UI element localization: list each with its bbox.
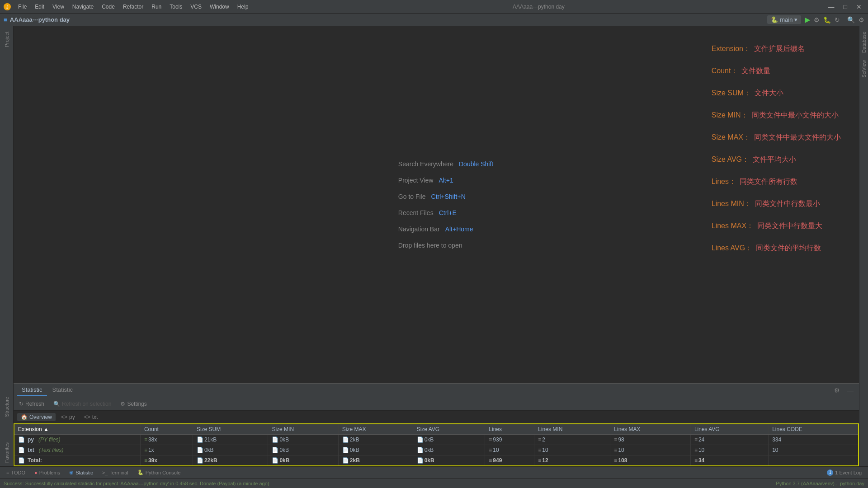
menu-help[interactable]: Help [234,3,252,11]
cell-total-size-max: 📄2kB [338,455,413,466]
event-log-label: 1 Event Log [835,470,862,475]
col-lines-max[interactable]: Lines MAX [610,424,691,435]
cell-lines-code-py: 334 [769,435,859,445]
panel-header: Statistic Statistic ⚙ — [14,384,859,397]
sub-tab-overview-label: Overview [29,414,52,420]
col-extension[interactable]: Extension ▲ [14,424,140,435]
ann-lines-min: Lines MIN： 同类文件中行数最小 [712,199,841,209]
python-console-icon: 🐍 [137,469,144,475]
event-log-button[interactable]: 1 1 Event Log [822,469,866,477]
settings-button[interactable]: ⚙ Settings [118,400,148,408]
menu-navigate[interactable]: Navigate [69,3,97,11]
debug-button[interactable]: 🐛 [823,16,831,23]
ann-extension-label: Extension： [712,44,750,54]
close-button[interactable]: ✕ [854,2,864,11]
hint-label: Recent Files [398,209,434,216]
cell-lines-min-txt: ≡10 [534,445,610,455]
col-lines[interactable]: Lines [485,424,534,435]
cell-total-label: 📄 Total: [14,455,140,466]
tab-problems[interactable]: ● Problems [30,469,65,476]
sidebar-item-sciview[interactable]: SciView [860,56,868,81]
cell-lines-py: ≡939 [485,435,534,445]
cell-size-min-txt: 📄0kB [268,445,338,455]
problems-icon: ● [34,470,38,475]
cell-total-size-min: 📄0kB [268,455,338,466]
sub-tab-txt[interactable]: <> txt [80,413,102,421]
ann-lines-avg: Lines AVG： 同类文件的平均行数 [712,244,841,253]
branch-selector[interactable]: 🐍 main ▾ [767,15,801,24]
bottom-panel: Statistic Statistic ⚙ — ↻ Refresh 🔍 Refr… [14,383,859,466]
cell-lines-code-txt: 10 [769,445,859,455]
settings-icon[interactable]: ⚙ [859,16,864,23]
refresh-button[interactable]: ↻ Refresh [17,400,46,408]
tab-python-console[interactable]: 🐍 Python Console [133,469,185,476]
refresh-button[interactable]: ↻ [835,16,840,23]
refresh-on-selection-button[interactable]: 🔍 Refresh on selection [52,400,113,408]
tab-todo[interactable]: ≡ TODO [2,469,30,476]
sub-tab-overview[interactable]: 🏠 Overview [17,413,56,421]
sidebar-item-project[interactable]: Project [2,28,11,51]
menu-window[interactable]: Window [206,3,233,11]
tab-terminal[interactable]: >_ Terminal [98,469,133,476]
menu-tools[interactable]: Tools [166,3,186,11]
hint-key: Ctrl+E [439,209,457,216]
menu-run[interactable]: Run [148,3,165,11]
panel-tab-statistic-2[interactable]: Statistic [48,385,78,396]
ann-count: Count： 文件数量 [712,66,841,76]
menu-edit[interactable]: Edit [31,3,48,11]
col-count[interactable]: Count [140,424,193,435]
menu-view[interactable]: View [49,3,68,11]
minimize-button[interactable]: — [826,2,837,11]
ann-lines-avg-label: Lines AVG： [712,244,752,253]
ann-size-min: Size MIN： 同类文件中最小文件的大小 [712,111,841,120]
python-version-info: Python 3.7 (AAAaaa/venv)... python.day [776,481,864,486]
hint-key: Double Shift [459,160,493,168]
run-button[interactable]: ▶ [805,15,810,24]
sub-tab-py[interactable]: <> py [57,413,79,421]
settings-gear-icon[interactable]: ⚙ [832,386,842,395]
cell-ext-py: 📄 py (PY files) [14,435,140,445]
col-size-max[interactable]: Size MAX [338,424,413,435]
hint-key: Alt+1 [439,177,453,184]
sidebar-item-database[interactable]: Database [860,28,868,56]
table-row[interactable]: 📄 txt (Text files) ≡1x 📄0kB 📄0kB 📄0kB 📄0… [14,445,859,455]
hint-label: Drop files here to open [398,242,462,249]
python-console-label: Python Console [146,470,181,475]
col-size-sum[interactable]: Size SUM [193,424,268,435]
house-icon: 🏠 [21,414,28,420]
cell-total-lines-min: ≡12 [534,455,610,466]
menu-code[interactable]: Code [98,3,118,11]
menu-file[interactable]: File [14,3,30,11]
hint-label: Navigation Bar [398,225,440,233]
menu-refactor[interactable]: Refactor [119,3,147,11]
ann-size-sum-label: Size SUM： [712,89,751,98]
col-size-avg[interactable]: Size AVG [413,424,485,435]
maximize-button[interactable]: □ [841,2,850,11]
refresh-icon: ↻ [19,401,24,407]
col-lines-code[interactable]: Lines CODE [769,424,859,435]
project-icon: ■ [4,16,7,23]
col-lines-min[interactable]: Lines MIN [534,424,610,435]
panel-tab-statistic-1[interactable]: Statistic [17,385,47,396]
cell-size-avg-txt: 📄0kB [413,445,485,455]
menu-vcs[interactable]: VCS [187,3,205,11]
tab-statistic[interactable]: ◉ Statistic [65,469,98,476]
build-button[interactable]: ⚙ [814,16,820,23]
cell-size-sum-py: 📄21kB [193,435,268,445]
minimize-panel-icon[interactable]: — [845,386,855,395]
sidebar-item-favorites[interactable]: Favorites [2,439,11,466]
table-row[interactable]: 📄 py (PY files) ≡38x 📄21kB 📄0kB 📄2kB 📄0k… [14,435,859,445]
sidebar-item-structure[interactable]: Structure [2,393,11,421]
hint-key: Alt+Home [445,225,473,233]
ann-size-max-label: Size MAX： [712,133,750,142]
main-area: Project Structure Favorites Search Every… [0,26,868,466]
col-lines-avg[interactable]: Lines AVG [690,424,768,435]
ann-size-avg: Size AVG： 文件平均大小 [712,155,841,164]
statistic-icon: ◉ [69,469,74,475]
cell-lines-txt: ≡10 [485,445,534,455]
ann-size-min-label: Size MIN： [712,111,748,120]
search-everywhere-icon[interactable]: 🔍 [847,16,855,23]
sub-tabs: 🏠 Overview <> py <> txt [14,411,859,423]
col-size-min[interactable]: Size MIN [268,424,338,435]
ann-size-max-value: 同类文件中最大文件的大小 [754,133,841,142]
